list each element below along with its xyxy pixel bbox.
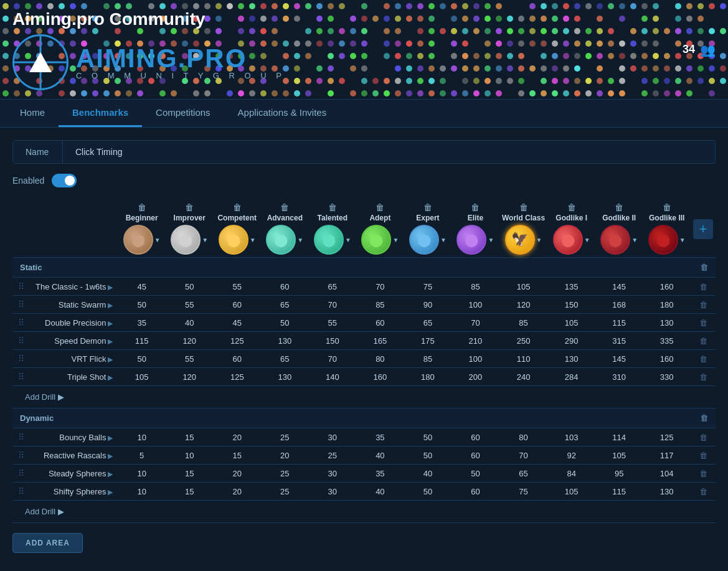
drill-value-cell[interactable]: 105 [547, 483, 595, 501]
col-badge-godlike2[interactable]: ⬤ [600, 225, 630, 255]
drill-expand-arrow[interactable]: ▶ [106, 356, 113, 363]
drill-value-cell[interactable]: 30 [309, 465, 357, 483]
drill-value-cell[interactable]: 110 [499, 350, 548, 368]
drill-value-cell[interactable]: 85 [499, 314, 548, 332]
col-chevron-beginner[interactable]: ▼ [154, 237, 161, 243]
drill-value-cell[interactable]: 315 [595, 332, 643, 350]
drill-value-cell[interactable]: 114 [595, 428, 643, 446]
drill-value-cell[interactable]: 25 [261, 465, 309, 483]
drill-value-cell[interactable]: 70 [309, 296, 357, 314]
drag-handle[interactable]: ⠿ [12, 428, 30, 446]
drill-value-cell[interactable]: 50 [404, 446, 452, 465]
drill-value-cell[interactable]: 60 [356, 314, 404, 332]
drill-value-cell[interactable]: 175 [404, 332, 452, 350]
drill-trash-icon[interactable]: 🗑 [699, 487, 707, 496]
drag-handle-icon[interactable]: ⠿ [18, 336, 24, 346]
col-badge-competent[interactable]: ⬤ [219, 225, 248, 255]
drill-expand-arrow[interactable]: ▶ [106, 374, 113, 381]
drill-value-cell[interactable]: 85 [404, 350, 452, 368]
drill-value-cell[interactable]: 115 [595, 483, 643, 501]
col-badge-godlike3[interactable]: ⬤ [648, 225, 678, 255]
drill-trash-icon[interactable]: 🗑 [699, 433, 707, 442]
drill-value-cell[interactable]: 55 [166, 350, 214, 368]
drag-handle-icon[interactable]: ⠿ [18, 354, 24, 364]
drill-value-cell[interactable]: 25 [261, 428, 309, 446]
drill-value-cell[interactable]: 65 [309, 278, 357, 296]
drill-value-cell[interactable]: 80 [499, 428, 548, 446]
drill-value-cell[interactable]: 20 [261, 446, 309, 465]
drag-handle-icon[interactable]: ⠿ [18, 450, 24, 460]
drill-value-cell[interactable]: 20 [214, 428, 262, 446]
add-area-button[interactable]: ADD AREA [12, 533, 83, 553]
drill-trash-icon[interactable]: 🗑 [699, 336, 707, 346]
drill-value-cell[interactable]: 120 [166, 368, 214, 386]
drill-value-cell[interactable]: 92 [547, 446, 595, 465]
drill-value-cell[interactable]: 104 [643, 465, 691, 483]
drill-value-cell[interactable]: 115 [118, 332, 166, 350]
col-badge-wrap-advanced[interactable]: ⬤ ▼ [266, 224, 303, 256]
drill-expand-arrow[interactable]: ▶ [106, 434, 113, 441]
drill-value-cell[interactable]: 75 [404, 278, 452, 296]
drill-value-cell[interactable]: 5 [118, 446, 166, 465]
drill-trash-cell[interactable]: 🗑 [691, 296, 716, 314]
drill-value-cell[interactable]: 15 [166, 428, 214, 446]
drill-value-cell[interactable]: 50 [118, 350, 166, 368]
col-trash-elite[interactable]: 🗑 [471, 202, 480, 212]
drill-value-cell[interactable]: 70 [451, 314, 499, 332]
drill-value-cell[interactable]: 130 [643, 314, 691, 332]
drill-value-cell[interactable]: 10 [166, 446, 214, 465]
drag-handle-icon[interactable]: ⠿ [18, 300, 24, 309]
drill-value-cell[interactable]: 50 [404, 483, 452, 501]
drill-value-cell[interactable]: 65 [499, 465, 548, 483]
drill-value-cell[interactable]: 85 [451, 278, 499, 296]
drag-handle[interactable]: ⠿ [12, 483, 30, 501]
drill-value-cell[interactable]: 145 [595, 278, 643, 296]
drill-value-cell[interactable]: 180 [643, 296, 691, 314]
nav-item-home[interactable]: Home [6, 100, 59, 127]
drag-handle-icon[interactable]: ⠿ [18, 318, 24, 328]
drill-trash-icon[interactable]: 🗑 [699, 469, 707, 478]
drill-value-cell[interactable]: 70 [309, 350, 357, 368]
drill-expand-arrow[interactable]: ▶ [106, 319, 113, 327]
drill-trash-cell[interactable]: 🗑 [691, 465, 716, 483]
drill-value-cell[interactable]: 130 [261, 368, 309, 386]
drill-value-cell[interactable]: 165 [356, 332, 404, 350]
nav-item-competitions[interactable]: Competitions [142, 100, 224, 127]
col-badge-wrap-talented[interactable]: ⬤ ▼ [314, 224, 351, 256]
drill-value-cell[interactable]: 95 [595, 465, 643, 483]
drill-value-cell[interactable]: 50 [451, 465, 499, 483]
drill-value-cell[interactable]: 40 [166, 314, 214, 332]
drill-value-cell[interactable]: 90 [404, 296, 452, 314]
col-badge-wrap-adept[interactable]: ⬤ ▼ [361, 224, 399, 256]
col-trash-adept[interactable]: 🗑 [376, 202, 384, 212]
col-badge-talented[interactable]: ⬤ [314, 225, 344, 255]
drill-value-cell[interactable]: 160 [356, 368, 404, 386]
col-badge-wrap-improver[interactable]: ⬤ ▼ [171, 224, 208, 256]
drag-handle-icon[interactable]: ⠿ [18, 486, 24, 496]
col-badge-improver[interactable]: ⬤ [171, 225, 201, 255]
col-badge-wrap-elite[interactable]: ⬤ ▼ [456, 224, 494, 256]
drag-handle[interactable]: ⠿ [12, 465, 30, 483]
drill-value-cell[interactable]: 180 [404, 368, 452, 386]
drill-value-cell[interactable]: 150 [547, 296, 595, 314]
nav-item-applications[interactable]: Applications & Invites [224, 100, 341, 127]
drag-handle-icon[interactable]: ⠿ [18, 432, 24, 442]
col-chevron-godlike1[interactable]: ▼ [584, 237, 590, 243]
drill-value-cell[interactable]: 105 [547, 314, 595, 332]
drag-handle[interactable]: ⠿ [12, 278, 30, 296]
drill-trash-cell[interactable]: 🗑 [691, 332, 716, 350]
drill-value-cell[interactable]: 210 [451, 332, 499, 350]
drill-value-cell[interactable]: 130 [643, 483, 691, 501]
drill-trash-cell[interactable]: 🗑 [691, 314, 716, 332]
col-trash-worldclass[interactable]: 🗑 [519, 202, 528, 212]
col-badge-expert[interactable]: ⬤ [409, 225, 439, 255]
col-chevron-godlike2[interactable]: ▼ [631, 237, 638, 243]
drill-value-cell[interactable]: 40 [356, 446, 404, 465]
drill-trash-cell[interactable]: 🗑 [691, 483, 716, 501]
drill-value-cell[interactable]: 130 [261, 332, 309, 350]
drill-expand-arrow[interactable]: ▶ [106, 283, 113, 291]
drill-trash-icon[interactable]: 🗑 [699, 372, 707, 382]
drill-expand-arrow[interactable]: ▶ [106, 301, 113, 309]
drill-trash-cell[interactable]: 🗑 [691, 446, 716, 465]
drag-handle[interactable]: ⠿ [12, 332, 30, 350]
